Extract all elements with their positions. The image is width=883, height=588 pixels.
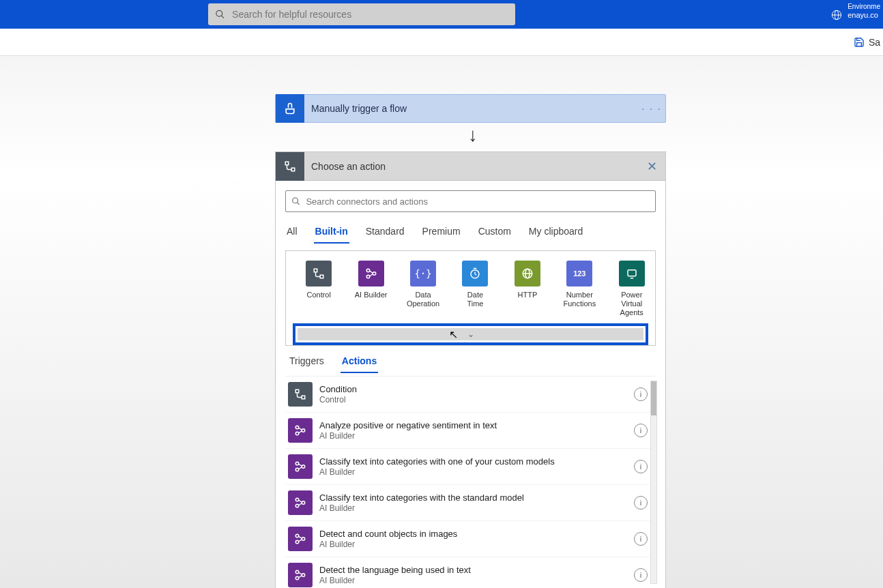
scrollbar-thumb[interactable] bbox=[651, 381, 656, 415]
trigger-more-button[interactable]: · · · bbox=[638, 103, 665, 114]
action-header-icon bbox=[276, 152, 304, 181]
svg-line-30 bbox=[299, 428, 302, 430]
svg-point-33 bbox=[302, 465, 305, 468]
search-icon bbox=[215, 9, 225, 20]
connector-http[interactable]: HTTP bbox=[511, 261, 544, 318]
environment-label: Environme enayu.co bbox=[848, 3, 883, 20]
tab-builtin[interactable]: Built-in bbox=[314, 222, 349, 244]
ai-icon bbox=[288, 454, 313, 479]
ai-builder-icon bbox=[358, 261, 384, 286]
svg-line-46 bbox=[299, 539, 302, 541]
svg-line-1 bbox=[221, 16, 224, 18]
connector-ai-builder[interactable]: AI Builder bbox=[354, 261, 387, 318]
svg-rect-6 bbox=[291, 168, 295, 171]
action-card-header: Choose an action ✕ bbox=[276, 152, 665, 181]
svg-point-42 bbox=[295, 534, 299, 538]
ai-icon bbox=[288, 490, 313, 515]
svg-point-48 bbox=[302, 573, 305, 576]
info-icon[interactable]: i bbox=[634, 568, 648, 582]
svg-point-47 bbox=[295, 570, 299, 574]
connector-date-time[interactable]: Date Time bbox=[459, 261, 491, 318]
action-item[interactable]: Analyze positive or negative sentiment i… bbox=[285, 413, 656, 449]
action-search-input[interactable] bbox=[306, 196, 650, 207]
chevron-down-icon: ⌄ bbox=[467, 329, 474, 339]
close-button[interactable]: ✕ bbox=[638, 159, 665, 174]
svg-line-14 bbox=[369, 271, 373, 273]
svg-line-50 bbox=[299, 572, 302, 574]
svg-point-32 bbox=[295, 462, 299, 465]
svg-rect-26 bbox=[302, 396, 305, 399]
tab-triggers[interactable]: Triggers bbox=[288, 353, 325, 373]
expand-connectors-button[interactable]: ⌄ ↖ bbox=[298, 328, 643, 340]
action-search[interactable] bbox=[285, 190, 656, 212]
choose-action-card: Choose an action ✕ All Built-in Standard… bbox=[275, 151, 666, 588]
action-card-title: Choose an action bbox=[311, 161, 638, 172]
tab-clipboard[interactable]: My clipboard bbox=[527, 222, 584, 244]
tab-all[interactable]: All bbox=[285, 222, 299, 244]
action-title: Analyze positive or negative sentiment i… bbox=[319, 420, 497, 430]
connector-data-operation[interactable]: {·} Data Operation bbox=[407, 261, 439, 318]
action-item[interactable]: Detect and count objects in imagesAI Bui… bbox=[285, 521, 656, 557]
expand-connectors-highlight: ⌄ ↖ bbox=[293, 323, 648, 345]
svg-point-37 bbox=[295, 498, 299, 501]
ai-icon bbox=[288, 527, 313, 551]
search-icon bbox=[291, 196, 300, 206]
date-time-icon bbox=[462, 261, 488, 286]
tab-custom[interactable]: Custom bbox=[477, 222, 512, 244]
svg-line-31 bbox=[299, 430, 302, 432]
svg-point-29 bbox=[295, 432, 299, 435]
svg-line-51 bbox=[299, 575, 302, 577]
connector-pva[interactable]: Power Virtual Agents bbox=[616, 261, 648, 318]
action-item[interactable]: Detect the language being used in textAI… bbox=[285, 557, 656, 588]
connector-grid: Control AI Builder {·} Data Operation Da… bbox=[285, 250, 656, 346]
svg-line-45 bbox=[299, 536, 302, 538]
action-title: Classify text into categories with one o… bbox=[319, 456, 555, 467]
action-subtitle: AI Builder bbox=[319, 431, 497, 441]
action-subtitle: AI Builder bbox=[319, 576, 471, 585]
info-icon[interactable]: i bbox=[634, 496, 648, 510]
command-bar: Sa bbox=[0, 29, 883, 56]
control-icon bbox=[288, 382, 313, 407]
svg-rect-23 bbox=[628, 270, 636, 276]
svg-point-43 bbox=[302, 537, 305, 540]
svg-line-18 bbox=[475, 274, 476, 276]
action-item[interactable]: ConditionControli bbox=[285, 377, 656, 413]
info-icon[interactable]: i bbox=[634, 532, 648, 546]
svg-point-28 bbox=[302, 428, 305, 432]
ai-icon bbox=[288, 418, 313, 443]
trigger-card[interactable]: Manually trigger a flow · · · bbox=[275, 94, 666, 123]
tab-standard[interactable]: Standard bbox=[364, 222, 406, 244]
action-list-scrollbar[interactable] bbox=[650, 381, 657, 584]
pva-icon bbox=[619, 261, 645, 286]
svg-point-39 bbox=[295, 504, 299, 508]
globe-icon bbox=[831, 10, 842, 20]
trigger-icon bbox=[276, 94, 304, 123]
connector-control[interactable]: Control bbox=[302, 261, 335, 318]
svg-line-8 bbox=[297, 203, 299, 205]
svg-rect-25 bbox=[295, 389, 299, 393]
top-bar: Environme enayu.co bbox=[0, 0, 883, 29]
action-subtitle: AI Builder bbox=[319, 467, 555, 477]
tab-premium[interactable]: Premium bbox=[421, 222, 462, 244]
action-item[interactable]: Classify text into categories with one o… bbox=[285, 449, 656, 485]
action-item[interactable]: Classify text into categories with the s… bbox=[285, 485, 656, 521]
control-icon bbox=[306, 261, 332, 286]
info-icon[interactable]: i bbox=[634, 387, 648, 401]
ai-icon bbox=[288, 563, 313, 587]
svg-point-38 bbox=[302, 501, 305, 504]
save-button[interactable]: Sa bbox=[854, 37, 883, 48]
global-search[interactable] bbox=[208, 3, 515, 25]
action-subtitle: Control bbox=[319, 395, 357, 405]
svg-line-41 bbox=[299, 503, 302, 505]
global-search-input[interactable] bbox=[232, 9, 508, 20]
svg-line-36 bbox=[299, 467, 302, 469]
tab-actions[interactable]: Actions bbox=[341, 353, 378, 373]
svg-point-49 bbox=[295, 576, 299, 580]
svg-line-35 bbox=[299, 464, 302, 466]
flow-arrow-icon: ↓ bbox=[468, 124, 478, 146]
info-icon[interactable]: i bbox=[634, 460, 648, 473]
connector-number-functions[interactable]: 123 Number Functions bbox=[563, 261, 596, 318]
svg-point-12 bbox=[373, 272, 376, 276]
info-icon[interactable]: i bbox=[634, 424, 648, 437]
save-icon bbox=[854, 37, 865, 48]
